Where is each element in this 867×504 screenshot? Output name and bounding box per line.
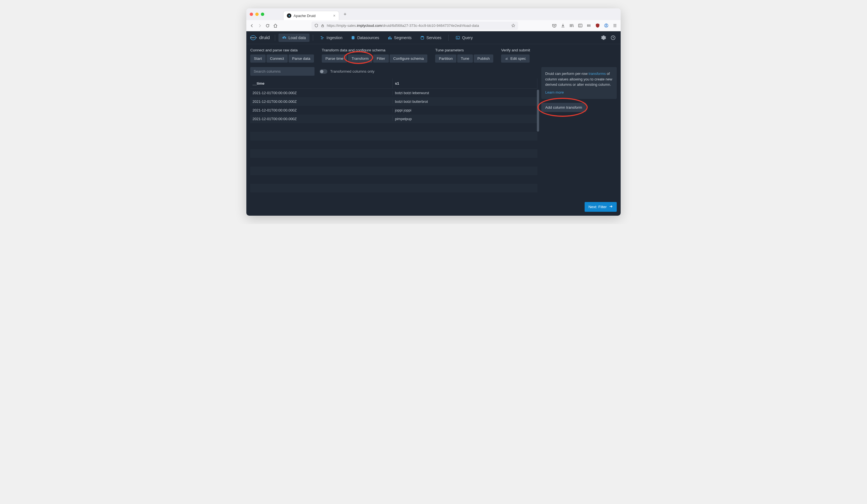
svg-rect-10 <box>388 37 389 40</box>
nav-ingestion[interactable]: Ingestion <box>317 33 346 42</box>
browser-toolbar: https://imply-sales.implycloud.com/druid… <box>246 20 621 31</box>
help-icon[interactable] <box>609 33 617 42</box>
downloads-icon[interactable] <box>560 23 565 28</box>
transformed-only-toggle[interactable] <box>320 69 327 74</box>
app-header: druid Load data Ingestion Datasources Se… <box>246 31 621 44</box>
table-row[interactable] <box>250 123 537 132</box>
step-connect[interactable]: Connect <box>267 54 288 63</box>
table-body: 2021-12-01T00:00:00.000Zbotzi botzi lebe… <box>250 88 537 193</box>
svg-rect-1 <box>578 24 582 27</box>
next-filter-button[interactable]: Next: Filter <box>585 202 617 212</box>
home-button[interactable] <box>273 23 278 28</box>
step-filter[interactable]: Filter <box>373 54 389 63</box>
column-header-s1[interactable]: s1 <box>393 78 537 88</box>
reload-button[interactable] <box>265 23 270 28</box>
content-area: Transformed columns only __time s1 2021-… <box>246 64 621 216</box>
svg-point-5 <box>256 37 257 38</box>
nav-datasources[interactable]: Datasources <box>347 33 383 42</box>
step-label: Transform <box>352 56 369 61</box>
add-column-transform-button[interactable]: Add column transform <box>541 103 586 112</box>
pocket-icon[interactable] <box>552 23 557 28</box>
step-label: Edit spec <box>510 56 526 61</box>
sidebar-icon[interactable] <box>578 23 583 28</box>
right-pane: Druid can perform per-row transforms of … <box>541 67 617 212</box>
server-icon <box>420 35 425 40</box>
nav-label: Services <box>427 35 442 40</box>
help-box: Druid can perform per-row transforms of … <box>541 67 617 99</box>
favicon-icon: ⎈ <box>287 13 291 18</box>
table-header: __time s1 <box>250 78 537 88</box>
stage-bar: Connect and parse raw data Start Connect… <box>246 44 621 64</box>
column-header-time[interactable]: __time <box>250 78 393 88</box>
minimize-window-button[interactable] <box>255 13 259 16</box>
library-icon[interactable] <box>569 23 574 28</box>
step-start[interactable]: Start <box>250 54 266 63</box>
forward-button[interactable] <box>258 23 262 28</box>
stage-group-connect: Connect and parse raw data Start Connect… <box>250 48 314 63</box>
query-icon <box>456 35 460 40</box>
cell-s1: botzi botzi leberwurst <box>393 91 537 95</box>
table-row[interactable] <box>250 132 537 140</box>
stage-group-transform: Transform data and configure schema Pars… <box>322 48 427 63</box>
table-row[interactable] <box>250 149 537 158</box>
table-row[interactable]: 2021-12-01T00:00:00.000Zbotzi botzi butt… <box>250 97 537 106</box>
cloud-upload-icon <box>282 35 287 40</box>
druid-logo[interactable]: druid <box>250 34 270 42</box>
edit-icon <box>505 57 509 61</box>
close-window-button[interactable] <box>250 13 253 16</box>
table-row[interactable] <box>250 140 537 149</box>
nav-label: Segments <box>394 35 412 40</box>
close-tab-button[interactable]: × <box>333 13 335 18</box>
druid-app: druid Load data Ingestion Datasources Se… <box>246 31 621 216</box>
new-tab-button[interactable]: + <box>341 11 349 17</box>
nav-query[interactable]: Query <box>452 33 476 42</box>
lock-icon <box>321 24 324 28</box>
step-edit-spec[interactable]: Edit spec <box>501 54 529 63</box>
step-tune[interactable]: Tune <box>457 54 473 63</box>
step-configure-schema[interactable]: Configure schema <box>390 54 428 63</box>
cell-time: 2021-12-01T00:00:00.000Z <box>250 108 393 112</box>
step-publish[interactable]: Publish <box>474 54 493 63</box>
nav-segments[interactable]: Segments <box>384 33 415 42</box>
data-table: __time s1 2021-12-01T00:00:00.000Zbotzi … <box>250 78 537 212</box>
cell-time: 2021-12-01T00:00:00.000Z <box>250 99 393 104</box>
back-button[interactable] <box>250 23 254 28</box>
bookmark-star-icon[interactable] <box>511 23 515 28</box>
table-row[interactable] <box>250 175 537 184</box>
step-parse-data[interactable]: Parse data <box>289 54 314 63</box>
table-row[interactable]: 2021-12-01T00:00:00.000Zbotzi botzi lebe… <box>250 88 537 97</box>
ublock-icon[interactable] <box>595 23 600 28</box>
svg-rect-0 <box>322 25 324 27</box>
nav-label: Ingestion <box>327 35 342 40</box>
table-row[interactable]: 2021-12-01T00:00:00.000Zjoppi joppi <box>250 106 537 115</box>
menu-icon[interactable] <box>612 23 617 28</box>
maximize-window-button[interactable] <box>261 13 264 16</box>
divider <box>275 35 275 41</box>
next-label: Next: Filter <box>589 205 607 209</box>
table-row[interactable]: 2021-12-01T00:00:00.000Zpimpelpup <box>250 115 537 123</box>
step-transform[interactable]: Transform <box>348 54 372 63</box>
account-icon[interactable] <box>604 23 609 28</box>
settings-icon[interactable] <box>599 33 608 42</box>
step-partition[interactable]: Partition <box>435 54 457 63</box>
url-bar[interactable]: https://imply-sales.implycloud.com/druid… <box>311 22 518 30</box>
scrollbar[interactable] <box>537 90 539 131</box>
search-input[interactable] <box>250 67 314 76</box>
toggle-label: Transformed columns only <box>330 69 375 74</box>
learn-more-link[interactable]: Learn more <box>545 90 564 95</box>
extension-icon[interactable] <box>587 23 591 28</box>
browser-tab[interactable]: ⎈ Apache Druid × <box>283 11 339 20</box>
add-transform-wrap: Add column transform <box>541 103 617 112</box>
nav-services[interactable]: Services <box>416 33 445 42</box>
svg-point-13 <box>421 36 424 37</box>
transforms-link[interactable]: transforms <box>589 72 606 76</box>
nav-load-data[interactable]: Load data <box>278 33 310 42</box>
table-row[interactable] <box>250 158 537 167</box>
controls-row: Transformed columns only <box>250 67 537 76</box>
table-row[interactable] <box>250 184 537 193</box>
step-parse-time[interactable]: Parse time <box>322 54 347 63</box>
cell-time: 2021-12-01T00:00:00.000Z <box>250 91 393 95</box>
nav-label: Query <box>462 35 473 40</box>
shield-icon <box>314 23 319 28</box>
table-row[interactable] <box>250 167 537 175</box>
